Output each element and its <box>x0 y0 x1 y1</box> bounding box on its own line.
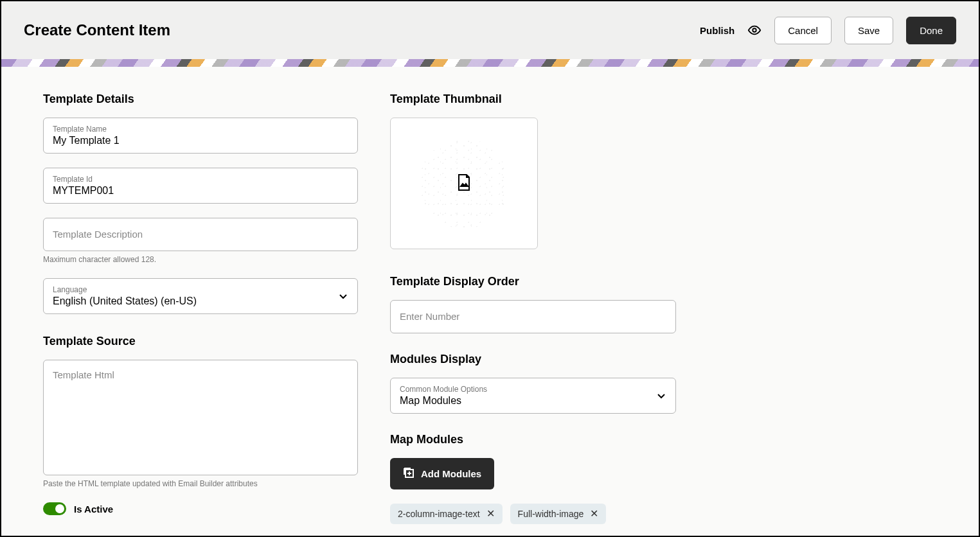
chip-label: Full-width-image <box>518 509 584 519</box>
template-html-textarea[interactable]: Template Html <box>43 360 358 475</box>
template-name-field[interactable]: Template Name <box>43 118 358 154</box>
template-id-label: Template Id <box>53 175 348 184</box>
language-label: Language <box>53 285 348 294</box>
module-options-value: Map Modules <box>400 395 666 407</box>
source-helper: Paste the HTML template updated with Ema… <box>43 479 358 488</box>
toggle-knob <box>55 504 64 513</box>
is-active-label: Is Active <box>74 504 113 515</box>
modules-display-heading: Modules Display <box>390 353 676 366</box>
map-modules-heading: Map Modules <box>390 433 676 446</box>
module-chip: Full-width-image ✕ <box>510 504 607 524</box>
description-helper: Maximum character allowed 128. <box>43 255 358 264</box>
is-active-toggle[interactable] <box>43 502 66 515</box>
template-id-input[interactable] <box>53 185 348 197</box>
header-actions: Publish Cancel Save Done <box>700 17 956 44</box>
svg-point-0 <box>753 28 756 32</box>
is-active-row: Is Active <box>43 502 358 515</box>
cancel-button[interactable]: Cancel <box>774 17 832 44</box>
right-column: Template Thumbnail Template Display Orde… <box>390 92 676 523</box>
display-order-heading: Template Display Order <box>390 275 676 288</box>
thumbnail-upload[interactable] <box>390 118 538 249</box>
preview-icon[interactable] <box>747 23 762 37</box>
save-button[interactable]: Save <box>844 17 893 44</box>
display-order-input[interactable] <box>400 311 666 322</box>
template-name-label: Template Name <box>53 125 348 134</box>
done-button[interactable]: Done <box>906 17 956 44</box>
template-details-heading: Template Details <box>43 92 358 106</box>
template-source-heading: Template Source <box>43 335 358 348</box>
chevron-down-icon <box>339 290 347 302</box>
display-order-field[interactable] <box>390 300 676 333</box>
module-chip: 2-column-image-text ✕ <box>390 504 503 524</box>
language-dropdown[interactable]: Language English (United States) (en-US) <box>43 278 358 314</box>
decorative-strip <box>1 59 979 67</box>
add-modules-label: Add Modules <box>421 468 481 479</box>
module-options-label: Common Module Options <box>400 385 666 394</box>
template-description-field[interactable]: Template Description <box>43 218 358 251</box>
publish-link[interactable]: Publish <box>700 25 735 36</box>
add-icon <box>403 467 414 480</box>
template-html-placeholder: Template Html <box>53 369 114 380</box>
close-icon[interactable]: ✕ <box>486 509 495 519</box>
template-description-label: Template Description <box>53 229 143 240</box>
template-name-input[interactable] <box>53 135 348 146</box>
language-value: English (United States) (en-US) <box>53 295 348 307</box>
chevron-down-icon <box>657 390 665 401</box>
chip-label: 2-column-image-text <box>398 509 480 519</box>
add-modules-button[interactable]: Add Modules <box>390 458 494 489</box>
module-chips: 2-column-image-text ✕ Full-width-image ✕ <box>390 504 676 524</box>
template-id-field[interactable]: Template Id <box>43 168 358 204</box>
close-icon[interactable]: ✕ <box>590 509 598 519</box>
broken-image-icon <box>456 173 472 194</box>
modules-display-dropdown[interactable]: Common Module Options Map Modules <box>390 378 676 414</box>
left-column: Template Details Template Name Template … <box>43 92 358 523</box>
content-area: Template Details Template Name Template … <box>1 67 979 536</box>
page-title: Create Content Item <box>24 21 170 39</box>
page-header: Create Content Item Publish Cancel Save … <box>1 1 979 59</box>
thumbnail-heading: Template Thumbnail <box>390 92 676 106</box>
